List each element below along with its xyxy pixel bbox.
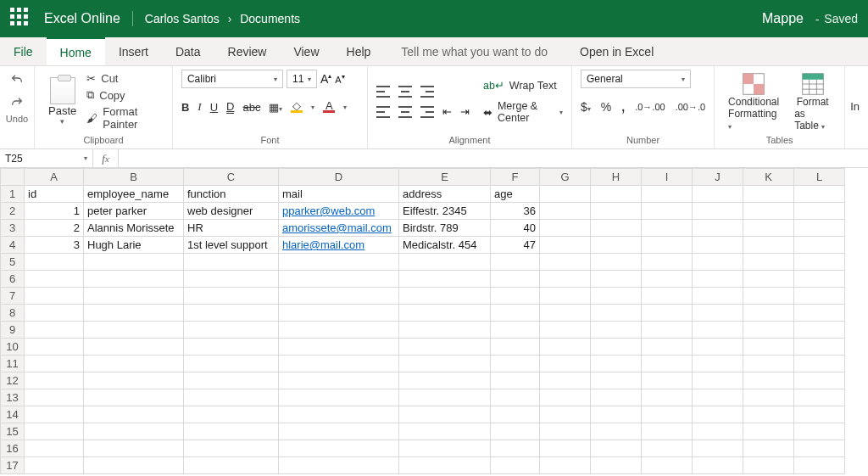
cell-F5[interactable] bbox=[491, 254, 540, 271]
cell-B13[interactable] bbox=[84, 389, 184, 406]
cell-A8[interactable] bbox=[25, 305, 84, 322]
cell-E1[interactable]: address bbox=[399, 186, 491, 203]
row-header-3[interactable]: 3 bbox=[1, 220, 25, 237]
cell-B11[interactable] bbox=[84, 356, 184, 372]
cell-I2[interactable] bbox=[642, 203, 693, 220]
conditional-formatting-button[interactable]: Conditional Formatting ▾ bbox=[723, 72, 784, 132]
cell-L12[interactable] bbox=[794, 372, 845, 389]
cell-I5[interactable] bbox=[642, 254, 693, 271]
cell-I8[interactable] bbox=[642, 305, 693, 322]
cell-B5[interactable] bbox=[84, 254, 184, 271]
cell-C14[interactable] bbox=[184, 406, 279, 423]
cell-B7[interactable] bbox=[84, 288, 184, 305]
cell-F8[interactable] bbox=[491, 305, 540, 322]
cell-F4[interactable]: 47 bbox=[491, 237, 540, 254]
name-box[interactable]: T25 ▾ bbox=[0, 149, 93, 167]
cell-C17[interactable] bbox=[184, 457, 279, 474]
cell-D15[interactable] bbox=[279, 423, 399, 440]
row-header-11[interactable]: 11 bbox=[1, 356, 25, 372]
cell-G2[interactable] bbox=[540, 203, 591, 220]
cell-C4[interactable]: 1st level support bbox=[184, 237, 279, 254]
cell-C1[interactable]: function bbox=[184, 186, 279, 203]
merge-center-button[interactable]: ⬌ Merge & Center ▾ bbox=[483, 100, 563, 124]
row-header-9[interactable]: 9 bbox=[1, 322, 25, 339]
cell-B2[interactable]: peter parker bbox=[84, 203, 184, 220]
cell-B8[interactable] bbox=[84, 305, 184, 322]
cell-C16[interactable] bbox=[184, 440, 279, 457]
cell-L3[interactable] bbox=[794, 220, 845, 237]
breadcrumb-folder[interactable]: Documents bbox=[240, 12, 300, 25]
cell-H10[interactable] bbox=[591, 339, 642, 356]
cell-L8[interactable] bbox=[794, 305, 845, 322]
cell-G1[interactable] bbox=[540, 186, 591, 203]
format-painter-button[interactable]: 🖌 Format Painter bbox=[86, 105, 164, 131]
comma-format-button[interactable]: , bbox=[621, 100, 625, 114]
format-as-table-button[interactable]: Format as Table ▾ bbox=[789, 72, 836, 132]
cell-J4[interactable] bbox=[693, 237, 743, 254]
cell-G14[interactable] bbox=[540, 406, 591, 423]
cell-B3[interactable]: Alannis Morissete bbox=[84, 220, 184, 237]
cell-D12[interactable] bbox=[279, 372, 399, 389]
column-header-G[interactable]: G bbox=[540, 169, 591, 186]
cell-I4[interactable] bbox=[642, 237, 693, 254]
cell-E9[interactable] bbox=[399, 322, 491, 339]
fx-icon[interactable]: fx bbox=[93, 149, 119, 167]
cell-L2[interactable] bbox=[794, 203, 845, 220]
cell-A12[interactable] bbox=[25, 372, 84, 389]
cell-H11[interactable] bbox=[591, 356, 642, 372]
column-header-J[interactable]: J bbox=[693, 169, 743, 186]
cell-I7[interactable] bbox=[642, 288, 693, 305]
cell-E16[interactable] bbox=[399, 440, 491, 457]
font-name-select[interactable]: Calibri▾ bbox=[181, 70, 283, 88]
cell-C12[interactable] bbox=[184, 372, 279, 389]
cell-G13[interactable] bbox=[540, 389, 591, 406]
accounting-format-button[interactable]: $▾ bbox=[581, 100, 591, 114]
cell-H13[interactable] bbox=[591, 389, 642, 406]
cell-A5[interactable] bbox=[25, 254, 84, 271]
row-header-8[interactable]: 8 bbox=[1, 305, 25, 322]
column-header-B[interactable]: B bbox=[84, 169, 184, 186]
cell-I14[interactable] bbox=[642, 406, 693, 423]
cell-F16[interactable] bbox=[491, 440, 540, 457]
cell-J1[interactable] bbox=[693, 186, 743, 203]
cell-L15[interactable] bbox=[794, 423, 845, 440]
cell-L6[interactable] bbox=[794, 271, 845, 288]
cell-H17[interactable] bbox=[591, 457, 642, 474]
cell-F7[interactable] bbox=[491, 288, 540, 305]
cell-J8[interactable] bbox=[693, 305, 743, 322]
cell-E17[interactable] bbox=[399, 457, 491, 474]
cell-A9[interactable] bbox=[25, 322, 84, 339]
cell-L1[interactable] bbox=[794, 186, 845, 203]
cell-G11[interactable] bbox=[540, 356, 591, 372]
cell-C8[interactable] bbox=[184, 305, 279, 322]
cell-J11[interactable] bbox=[693, 356, 743, 372]
column-header-C[interactable]: C bbox=[184, 169, 279, 186]
cell-D7[interactable] bbox=[279, 288, 399, 305]
cell-G15[interactable] bbox=[540, 423, 591, 440]
cell-D9[interactable] bbox=[279, 322, 399, 339]
cell-K8[interactable] bbox=[743, 305, 794, 322]
cell-I12[interactable] bbox=[642, 372, 693, 389]
number-format-select[interactable]: General▾ bbox=[581, 70, 691, 88]
wrap-text-button[interactable]: ab↵ Wrap Text bbox=[483, 79, 563, 92]
row-header-16[interactable]: 16 bbox=[1, 440, 25, 457]
cell-J7[interactable] bbox=[693, 288, 743, 305]
cell-K12[interactable] bbox=[743, 372, 794, 389]
cell-D5[interactable] bbox=[279, 254, 399, 271]
spreadsheet-grid[interactable]: ABCDEFGHIJKL1idemployee_namefunctionmail… bbox=[0, 168, 868, 476]
borders-button[interactable]: ▦▾ bbox=[269, 101, 282, 114]
percent-format-button[interactable]: % bbox=[601, 100, 611, 114]
cell-D17[interactable] bbox=[279, 457, 399, 474]
cell-K14[interactable] bbox=[743, 406, 794, 423]
cell-B1[interactable]: employee_name bbox=[84, 186, 184, 203]
cell-D13[interactable] bbox=[279, 389, 399, 406]
cell-H4[interactable] bbox=[591, 237, 642, 254]
cell-A3[interactable]: 2 bbox=[25, 220, 84, 237]
font-color-button[interactable]: A bbox=[323, 102, 335, 113]
align-left-button[interactable] bbox=[376, 106, 390, 118]
tab-review[interactable]: Review bbox=[214, 37, 281, 65]
cell-K16[interactable] bbox=[743, 440, 794, 457]
cell-K15[interactable] bbox=[743, 423, 794, 440]
cell-I10[interactable] bbox=[642, 339, 693, 356]
cell-H8[interactable] bbox=[591, 305, 642, 322]
